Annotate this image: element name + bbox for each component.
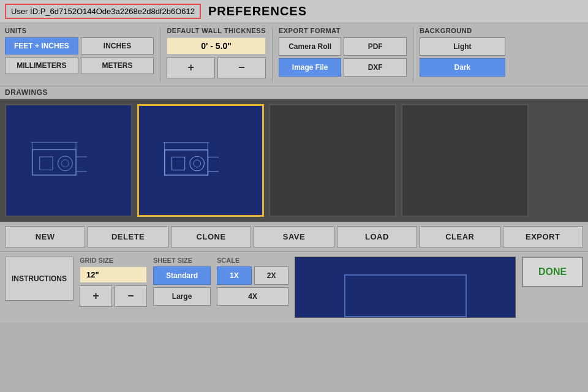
export-format-section: EXPORT FORMAT Camera Roll PDF Image File… <box>279 27 413 82</box>
sheet-size-section: SHEET SIZE Standard Large <box>153 257 211 306</box>
user-id-box: User ID:P_6d7152O144Ode3a2268e2d8df2b6O6… <box>5 4 201 19</box>
unit-btn-meters[interactable]: METERS <box>81 57 154 74</box>
scale-2x-btn[interactable]: 2X <box>254 266 289 285</box>
grid-plus-btn[interactable]: + <box>80 285 112 307</box>
clone-button[interactable]: CLONE <box>171 226 251 247</box>
header: User ID:P_6d7152O144Ode3a2268e2d8df2b6O6… <box>0 0 588 23</box>
export-camera-roll-btn[interactable]: Camera Roll <box>279 37 342 56</box>
svg-rect-10 <box>172 157 184 170</box>
units-grid: FEET + INCHES INCHES MILLIMETERS METERS <box>5 37 154 74</box>
drawing-thumb-2[interactable] <box>137 104 265 217</box>
wall-plus-minus-row: + − <box>167 57 266 78</box>
user-id-text: User ID:P_6d7152O144Ode3a2268e2d8df2b6O6… <box>11 7 195 16</box>
background-light-btn[interactable]: Light <box>420 37 505 56</box>
wall-thickness-label: DEFAULT WALL THICKNESS <box>167 27 266 34</box>
background-label: BACKGROUND <box>420 27 505 34</box>
export-format-label: EXPORT FORMAT <box>279 27 407 34</box>
grid-minus-btn[interactable]: − <box>115 285 147 307</box>
load-button[interactable]: LOAD <box>337 226 417 247</box>
sheet-standard-btn[interactable]: Standard <box>153 266 211 285</box>
sheet-large-btn[interactable]: Large <box>153 287 211 306</box>
bottom-preview-area <box>295 257 516 318</box>
background-section: BACKGROUND Light Dark <box>420 27 505 82</box>
page-title: PREFERENCES <box>208 4 307 18</box>
settings-row: UNITS FEET + INCHES INCHES MILLIMETERS M… <box>0 23 588 86</box>
svg-rect-1 <box>39 157 52 170</box>
export-pdf-btn[interactable]: PDF <box>344 37 407 56</box>
grid-size-section: GRID SIZE 12" + − <box>80 257 147 307</box>
svg-rect-9 <box>165 149 208 175</box>
scale-1x-btn[interactable]: 1X <box>217 266 252 285</box>
unit-btn-millimeters[interactable]: MILLIMETERS <box>5 57 78 74</box>
units-section: UNITS FEET + INCHES INCHES MILLIMETERS M… <box>5 27 160 82</box>
grid-size-label: GRID SIZE <box>80 257 147 264</box>
drawing-svg-1 <box>25 122 113 199</box>
drawing-thumb-3[interactable] <box>269 104 396 217</box>
export-format-grid: Camera Roll PDF Image File DXF <box>279 37 407 77</box>
drawings-area <box>0 99 588 222</box>
svg-point-2 <box>58 156 72 171</box>
scale-label: SCALE <box>217 257 288 264</box>
bottom-row: INSTRUCTIONS GRID SIZE 12" + − SHEET SIZ… <box>0 252 588 323</box>
export-image-file-btn[interactable]: Image File <box>279 58 342 77</box>
wall-minus-btn[interactable]: − <box>217 57 266 78</box>
grid-size-value: 12" <box>80 266 147 283</box>
instructions-button[interactable]: INSTRUCTIONS <box>5 257 74 301</box>
done-section: DONE <box>522 257 583 287</box>
done-button[interactable]: DONE <box>522 257 583 287</box>
svg-point-12 <box>194 160 201 167</box>
unit-btn-inches[interactable]: INCHES <box>81 37 154 55</box>
drawing-thumb-1[interactable] <box>5 104 132 217</box>
drawings-label: DRAWINGS <box>0 86 588 99</box>
drawing-svg-2 <box>157 123 244 199</box>
svg-rect-0 <box>32 149 75 175</box>
new-button[interactable]: NEW <box>5 226 85 247</box>
scale-4x-btn[interactable]: 4X <box>217 287 288 306</box>
svg-point-11 <box>190 156 205 171</box>
unit-btn-feet-inches[interactable]: FEET + INCHES <box>5 37 78 55</box>
export-dxf-btn[interactable]: DXF <box>344 58 407 77</box>
grid-plus-minus-row: + − <box>80 285 147 307</box>
wall-thickness-value: 0' - 5.0" <box>167 37 266 55</box>
background-dark-btn[interactable]: Dark <box>420 58 505 77</box>
sheet-size-buttons: Standard Large <box>153 266 211 306</box>
save-button[interactable]: SAVE <box>254 226 334 247</box>
export-button[interactable]: EXPORT <box>503 226 583 247</box>
scale-section: SCALE 1X 2X 4X <box>217 257 288 306</box>
units-label: UNITS <box>5 27 154 34</box>
wall-thickness-section: DEFAULT WALL THICKNESS 0' - 5.0" + − <box>167 27 273 82</box>
clear-button[interactable]: CLEAR <box>420 226 500 247</box>
delete-button[interactable]: DELETE <box>88 226 168 247</box>
drawing-thumb-4[interactable] <box>401 104 529 217</box>
wall-plus-btn[interactable]: + <box>167 57 215 78</box>
scale-buttons: 1X 2X 4X <box>217 266 288 306</box>
background-grid: Light Dark <box>420 37 505 77</box>
action-buttons-row: NEW DELETE CLONE SAVE LOAD CLEAR EXPORT <box>0 222 588 252</box>
preview-box <box>344 274 467 317</box>
sheet-size-label: SHEET SIZE <box>153 257 211 264</box>
svg-point-3 <box>61 160 69 167</box>
